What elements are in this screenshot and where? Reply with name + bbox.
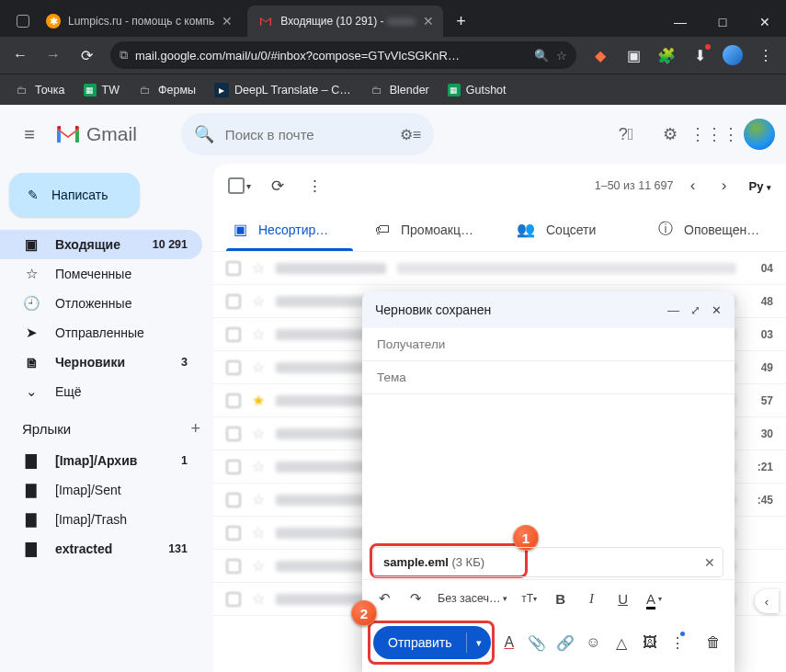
support-button[interactable]: ?⃝ xyxy=(608,116,644,153)
category-social[interactable]: 👥 Соцсети xyxy=(504,208,642,251)
back-button[interactable]: ← xyxy=(6,40,35,70)
site-info-icon[interactable]: ⧉ xyxy=(120,48,128,63)
label-extracted[interactable]: ▇ extracted 131 xyxy=(0,534,202,564)
sidebar: ✎ Написать ▣ Входящие 10 291 ☆ Помеченны… xyxy=(0,164,213,672)
zoom-icon[interactable]: 🔍 xyxy=(534,49,549,63)
category-updates[interactable]: ⓘ Оповещен… xyxy=(645,208,783,251)
compose-recipients-field[interactable]: Получатели xyxy=(362,328,735,361)
underline-button[interactable]: U xyxy=(610,586,636,611)
attachment-remove-button[interactable]: ✕ xyxy=(704,555,715,570)
window-maximize[interactable]: □ xyxy=(701,7,744,37)
address-bar[interactable]: ⧉ mail.google.com/mail/u/0/#inbox?compos… xyxy=(110,41,576,69)
apps-button[interactable]: ⋮⋮⋮ xyxy=(696,116,733,153)
pencil-icon: ✎ xyxy=(28,188,39,202)
compose-button[interactable]: ✎ Написать xyxy=(9,173,140,217)
page-prev-button[interactable]: ‹ xyxy=(680,170,704,201)
insert-drive-button[interactable]: △ xyxy=(611,629,632,656)
sidebar-drafts[interactable]: 🗎 Черновики 3 xyxy=(0,347,202,377)
category-promotions[interactable]: 🏷 Промоакц… xyxy=(362,208,500,251)
profile-button[interactable] xyxy=(718,40,747,70)
input-tools-button[interactable]: Ру ▾ xyxy=(748,179,771,193)
tab-title-1: Входящие (10 291) - xyxy=(280,15,383,28)
sidebar-inbox[interactable]: ▣ Входящие 10 291 xyxy=(0,230,202,259)
more-actions-button[interactable]: ⋮ xyxy=(299,170,330,201)
sidebar-sent[interactable]: ➤ Отправленные xyxy=(0,318,202,347)
compose-more-button[interactable]: ⋮ xyxy=(667,629,689,656)
tag-icon: 🏷 xyxy=(375,222,390,238)
select-all-checkbox[interactable] xyxy=(228,177,245,194)
category-primary[interactable]: ▣ Несортир… xyxy=(221,208,359,251)
label-imap-sent[interactable]: ▇ [Imap]/Sent xyxy=(0,475,202,505)
text-color-button[interactable]: A▾ xyxy=(642,586,667,611)
sidebar-more[interactable]: ⌄ Ещё xyxy=(0,377,202,406)
search-options-icon[interactable]: ⚙≡ xyxy=(400,126,421,143)
gmail-logo[interactable]: Gmail xyxy=(55,123,137,145)
tab-title-1-obscured: xxxxx xyxy=(388,15,416,28)
search-icon[interactable]: 🔍 xyxy=(194,124,214,144)
draft-icon: 🗎 xyxy=(22,355,40,370)
label-icon: ▇ xyxy=(22,452,40,469)
sidebar-starred[interactable]: ☆ Помеченные xyxy=(0,259,202,289)
bookmark-fermy[interactable]: 🗀Фермы xyxy=(131,79,203,101)
main-menu-button[interactable]: ≡ xyxy=(11,116,48,153)
chrome-menu-button[interactable]: ⋮ xyxy=(751,40,780,70)
extension-icon-1[interactable]: ◆ xyxy=(586,40,615,70)
search-input[interactable] xyxy=(225,127,400,142)
bookmark-deepl[interactable]: ▸DeepL Translate – C… xyxy=(207,79,359,101)
insert-link-button[interactable]: 🔗 xyxy=(555,629,576,656)
attachment-size: (3 КБ) xyxy=(451,555,484,569)
font-size-button[interactable]: тT ▾ xyxy=(517,586,542,611)
send-icon: ➤ xyxy=(22,325,40,341)
redo-button[interactable]: ↷ xyxy=(403,586,428,611)
mail-row[interactable]: ☆04 xyxy=(213,252,786,285)
font-family-select[interactable]: Без засеч…▾ xyxy=(434,592,511,605)
add-label-button[interactable]: + xyxy=(190,419,200,439)
label-imap-archive[interactable]: ▇ [Imap]/Архив 1 xyxy=(0,446,202,475)
insert-image-button[interactable]: 🖼 xyxy=(639,629,660,656)
label-imap-trash[interactable]: ▇ [Imap]/Trash xyxy=(0,505,202,534)
window-close[interactable]: ✕ xyxy=(744,7,786,37)
bookmark-star-icon[interactable]: ☆ xyxy=(556,49,567,63)
bookmark-gutshot[interactable]: ▦Gutshot xyxy=(440,80,514,100)
bookmark-tochka[interactable]: 🗀Точка xyxy=(7,79,73,101)
settings-button[interactable]: ⚙ xyxy=(652,116,689,153)
insert-emoji-button[interactable]: ☺ xyxy=(583,629,604,656)
window-minimize[interactable]: ― xyxy=(659,7,701,37)
italic-button[interactable]: I xyxy=(579,586,605,611)
compose-minimize-button[interactable]: — xyxy=(667,303,679,317)
reload-button[interactable]: ⟳ xyxy=(72,40,101,70)
bold-button[interactable]: B xyxy=(548,586,574,611)
downloads-button[interactable]: ⬇ xyxy=(685,40,714,70)
compose-close-button[interactable]: ✕ xyxy=(712,303,722,317)
select-dropdown[interactable]: ▾ xyxy=(246,181,251,191)
account-avatar[interactable] xyxy=(744,119,775,150)
close-tab-icon[interactable]: ✕ xyxy=(222,14,233,28)
sidebar-snoozed[interactable]: 🕘 Отложенные xyxy=(0,289,202,318)
extension-icon-2[interactable]: ▣ xyxy=(619,40,648,70)
compose-body[interactable] xyxy=(362,394,735,541)
search-box[interactable]: 🔍 ⚙≡ xyxy=(181,113,434,155)
refresh-button[interactable]: ⟳ xyxy=(262,170,293,201)
close-tab-icon[interactable]: ✕ xyxy=(423,14,434,28)
discard-draft-button[interactable]: 🗑 xyxy=(702,629,723,656)
favicon-lumpics: ✱ xyxy=(46,14,61,28)
attachment-chip[interactable]: sample.eml (3 КБ) ✕ xyxy=(373,547,723,577)
gmail-brand-text: Gmail xyxy=(86,123,137,145)
extensions-button[interactable]: 🧩 xyxy=(652,40,681,70)
page-next-button[interactable]: › xyxy=(712,170,735,201)
bookmark-tw[interactable]: ▦TW xyxy=(76,80,127,100)
compose-fullscreen-button[interactable]: ⤢ xyxy=(690,303,701,317)
browser-tab-1[interactable]: Входящие (10 291) - xxxxx ✕ xyxy=(247,6,442,37)
send-button[interactable]: Отправить ▾ xyxy=(373,626,491,659)
send-options-dropdown[interactable]: ▾ xyxy=(467,637,491,649)
bookmark-blender[interactable]: 🗀Blender xyxy=(362,79,437,101)
side-panel-toggle[interactable]: ‹ xyxy=(755,589,779,613)
attach-file-button[interactable]: 📎 xyxy=(527,629,548,656)
tab-search-icon[interactable] xyxy=(17,15,29,28)
new-tab-button[interactable]: + xyxy=(449,8,474,34)
tab-title-0: Lumpics.ru - помощь с компь xyxy=(68,15,214,28)
browser-tab-0[interactable]: ✱ Lumpics.ru - помощь с компь ✕ xyxy=(35,6,242,37)
forward-button[interactable]: → xyxy=(39,40,68,70)
text-format-button[interactable]: A xyxy=(498,629,519,656)
compose-subject-field[interactable]: Тема xyxy=(362,361,735,394)
